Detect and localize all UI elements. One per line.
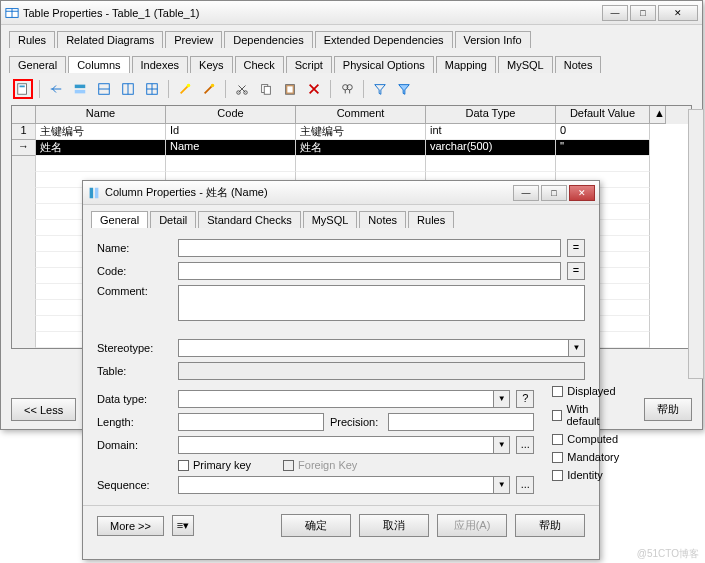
copy-icon[interactable] <box>256 79 276 99</box>
tab-dependencies[interactable]: Dependencies <box>224 31 312 48</box>
svg-rect-19 <box>264 86 270 94</box>
cancel-button[interactable]: 取消 <box>359 514 429 537</box>
vertical-scrollbar[interactable] <box>688 109 704 379</box>
tab-notes[interactable]: Notes <box>359 211 406 228</box>
precision-field[interactable] <box>388 413 534 431</box>
code-field[interactable] <box>178 262 561 280</box>
tab-physical-options[interactable]: Physical Options <box>334 56 434 73</box>
apply-button[interactable]: 应用(A) <box>437 514 507 537</box>
delete-icon[interactable] <box>304 79 324 99</box>
tab-keys[interactable]: Keys <box>190 56 232 73</box>
cut-icon[interactable] <box>232 79 252 99</box>
watermark: @51CTO博客 <box>637 547 699 561</box>
tab-general[interactable]: General <box>9 56 66 73</box>
help-button[interactable]: 帮助 <box>644 398 692 421</box>
tab-script[interactable]: Script <box>286 56 332 73</box>
form-area: Name: = Code: = Comment: Stereotype: ▼ T… <box>83 228 599 505</box>
domain-browse-button[interactable]: ... <box>516 436 534 454</box>
name-field[interactable] <box>178 239 561 257</box>
dialog-maximize-button[interactable]: □ <box>541 185 567 201</box>
column-header[interactable]: Name <box>36 106 166 124</box>
length-field[interactable] <box>178 413 324 431</box>
svg-point-15 <box>211 84 215 88</box>
chevron-down-icon[interactable]: ▼ <box>493 477 509 493</box>
withdefault-checkbox[interactable]: With default <box>552 403 619 427</box>
svg-rect-26 <box>90 187 94 198</box>
table-row[interactable] <box>12 156 691 172</box>
tab-columns[interactable]: Columns <box>68 56 129 73</box>
chevron-down-icon[interactable]: ▼ <box>493 391 509 407</box>
length-label: Length: <box>97 416 172 428</box>
chevron-down-icon[interactable]: ▼ <box>568 340 584 356</box>
domain-label: Domain: <box>97 439 172 451</box>
filter-icon-1[interactable] <box>370 79 390 99</box>
column-header[interactable]: Data Type <box>426 106 556 124</box>
table-row[interactable]: 姓名Name姓名varchar(500)'' <box>12 140 691 156</box>
svg-rect-4 <box>20 86 25 88</box>
column-header[interactable]: Code <box>166 106 296 124</box>
column-header[interactable]: Comment <box>296 106 426 124</box>
more-button[interactable]: More >> <box>97 516 164 536</box>
dialog-close-button[interactable]: ✕ <box>569 185 595 201</box>
menu-icon-button[interactable]: ≡▾ <box>172 515 194 536</box>
less-button[interactable]: << Less <box>11 398 76 421</box>
tab-notes[interactable]: Notes <box>555 56 602 73</box>
tab-related-diagrams[interactable]: Related Diagrams <box>57 31 163 48</box>
comment-label: Comment: <box>97 285 172 297</box>
datatype-select[interactable]: ▼ <box>178 390 510 408</box>
dialog-help-button[interactable]: 帮助 <box>515 514 585 537</box>
grid-icon-2[interactable] <box>118 79 138 99</box>
tab-general[interactable]: General <box>91 211 148 228</box>
tab-mapping[interactable]: Mapping <box>436 56 496 73</box>
comment-field[interactable] <box>178 285 585 321</box>
wizard-icon-2[interactable] <box>199 79 219 99</box>
tab-rules[interactable]: Rules <box>9 31 55 48</box>
mandatory-checkbox[interactable]: Mandatory <box>552 451 619 463</box>
name-equals-button[interactable]: = <box>567 239 585 257</box>
primary-key-checkbox[interactable]: Primary key <box>178 459 251 471</box>
tab-preview[interactable]: Preview <box>165 31 222 48</box>
tab-extended-dependencies[interactable]: Extended Dependencies <box>315 31 453 48</box>
minimize-button[interactable]: — <box>602 5 628 21</box>
tab-rules[interactable]: Rules <box>408 211 454 228</box>
insert-row-icon[interactable] <box>46 79 66 99</box>
chevron-down-icon[interactable]: ▼ <box>493 437 509 453</box>
svg-rect-27 <box>95 187 99 198</box>
tab-mysql[interactable]: MySQL <box>303 211 358 228</box>
code-equals-button[interactable]: = <box>567 262 585 280</box>
filter-icon-2[interactable] <box>394 79 414 99</box>
paste-icon[interactable] <box>280 79 300 99</box>
grid-icon-3[interactable] <box>142 79 162 99</box>
grid-icon-1[interactable] <box>94 79 114 99</box>
identity-checkbox[interactable]: Identity <box>552 469 619 481</box>
properties-icon[interactable] <box>13 79 33 99</box>
svg-point-14 <box>187 84 191 88</box>
tab-indexes[interactable]: Indexes <box>132 56 189 73</box>
displayed-checkbox[interactable]: Displayed <box>552 385 619 397</box>
table-row[interactable]: 1主键编号Id主键编号int0 <box>12 124 691 140</box>
tab-detail[interactable]: Detail <box>150 211 196 228</box>
tab-check[interactable]: Check <box>235 56 284 73</box>
maximize-button[interactable]: □ <box>630 5 656 21</box>
stereotype-select[interactable]: ▼ <box>178 339 585 357</box>
toolbar <box>1 73 702 99</box>
datatype-help-button[interactable]: ? <box>516 390 534 408</box>
sequence-select[interactable]: ▼ <box>178 476 510 494</box>
code-label: Code: <box>97 265 172 277</box>
sequence-browse-button[interactable]: ... <box>516 476 534 494</box>
tab-version-info[interactable]: Version Info <box>455 31 531 48</box>
domain-select[interactable]: ▼ <box>178 436 510 454</box>
column-header[interactable]: Default Value <box>556 106 650 124</box>
table-icon <box>5 6 19 20</box>
dialog-titlebar: Column Properties - 姓名 (Name) — □ ✕ <box>83 181 599 205</box>
wizard-icon[interactable] <box>175 79 195 99</box>
tab-standard-checks[interactable]: Standard Checks <box>198 211 300 228</box>
find-icon[interactable] <box>337 79 357 99</box>
dialog-minimize-button[interactable]: — <box>513 185 539 201</box>
tab-mysql[interactable]: MySQL <box>498 56 553 73</box>
ok-button[interactable]: 确定 <box>281 514 351 537</box>
close-button[interactable]: ✕ <box>658 5 698 21</box>
add-row-icon[interactable] <box>70 79 90 99</box>
computed-checkbox[interactable]: Computed <box>552 433 619 445</box>
sequence-label: Sequence: <box>97 479 172 491</box>
